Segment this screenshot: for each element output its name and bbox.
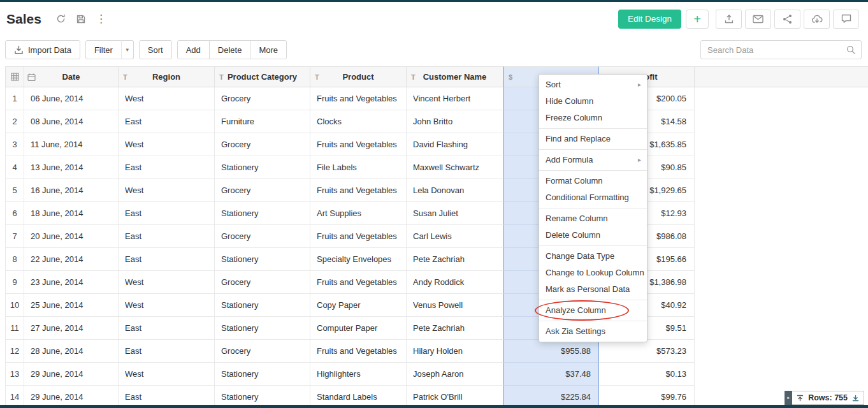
product-category-cell[interactable]: Furniture — [215, 110, 310, 133]
product-category-cell[interactable]: Stationery — [215, 317, 310, 340]
date-cell[interactable]: 22 June, 2014 — [24, 248, 119, 271]
customer-name-cell[interactable]: Andy Roddick — [407, 271, 503, 294]
product-cell[interactable]: Fruits and Vegetables — [310, 179, 407, 202]
product-category-cell[interactable]: Grocery — [215, 225, 310, 248]
customer-name-cell[interactable]: Hilary Holden — [407, 340, 503, 363]
date-cell[interactable]: 29 June, 2014 — [24, 363, 119, 386]
product-cell[interactable]: Computer Paper — [310, 317, 407, 340]
customer-name-cell[interactable]: Pete Zachriah — [407, 248, 503, 271]
email-button[interactable] — [745, 10, 771, 29]
region-cell[interactable]: West — [119, 294, 215, 317]
product-cell[interactable]: Fruits and Vegetables — [310, 87, 407, 110]
product-cell[interactable]: Highlighters — [310, 363, 407, 386]
add-new-button[interactable]: + — [686, 10, 709, 29]
sort-button[interactable]: Sort — [139, 40, 172, 59]
customer-name-cell[interactable]: Lela Donovan — [407, 179, 503, 202]
product-cell[interactable]: Fruits and Vegetables — [310, 340, 407, 363]
jump-to-top-button[interactable] — [792, 395, 808, 402]
region-cell[interactable]: West — [119, 271, 215, 294]
date-cell[interactable]: 23 June, 2014 — [24, 271, 119, 294]
add-button[interactable]: Add — [177, 40, 210, 59]
row-number-cell[interactable]: 11 — [5, 317, 24, 340]
export-button[interactable] — [716, 10, 742, 29]
product-cell[interactable]: Copy Paper — [310, 294, 407, 317]
sales-cell-selected[interactable]: $37.48 — [503, 363, 599, 386]
region-cell[interactable]: East — [119, 110, 215, 133]
customer-name-cell[interactable]: Venus Powell — [407, 294, 503, 317]
product-cell[interactable]: Fruits and Vegetables — [310, 225, 407, 248]
comment-button[interactable] — [833, 10, 859, 29]
product-category-cell[interactable]: Stationery — [215, 248, 310, 271]
menu-item-change-data-type[interactable]: Change Data Type — [539, 248, 647, 265]
menu-item-find-and-replace[interactable]: Find and Replace — [539, 131, 647, 147]
menu-item-analyze-column[interactable]: Analyze Column — [539, 302, 647, 319]
menu-item-ask-zia-settings[interactable]: Ask Zia Settings — [539, 323, 647, 340]
menu-item-freeze-column[interactable]: Freeze Column — [539, 110, 647, 126]
row-number-cell[interactable]: 13 — [5, 363, 24, 386]
product-category-cell[interactable]: Stationery — [215, 156, 310, 179]
customer-name-cell[interactable]: Maxwell Schwartz — [407, 156, 503, 179]
customer-name-cell[interactable]: David Flashing — [407, 133, 503, 156]
product-cell[interactable]: Fruits and Vegetables — [310, 133, 407, 156]
region-cell[interactable]: East — [119, 225, 215, 248]
product-category-cell[interactable]: Stationery — [215, 363, 310, 386]
menu-item-add-formula[interactable]: Add Formula▸ — [539, 152, 647, 168]
row-number-cell[interactable]: 6 — [5, 202, 24, 225]
region-cell[interactable]: East — [119, 156, 215, 179]
menu-item-change-to-lookup-column[interactable]: Change to Lookup Column — [539, 265, 647, 281]
menu-item-rename-column[interactable]: Rename Column — [539, 210, 647, 227]
row-number-cell[interactable]: 8 — [5, 248, 24, 271]
menu-item-sort[interactable]: Sort▸ — [539, 76, 647, 93]
customer-name-cell[interactable]: Joseph Aaron — [407, 363, 503, 386]
date-cell[interactable]: 11 June, 2014 — [24, 133, 119, 156]
region-cell[interactable]: West — [119, 179, 215, 202]
share-button[interactable] — [774, 10, 800, 29]
customer-name-cell[interactable]: John Britto — [407, 110, 503, 133]
product-category-cell[interactable]: Stationery — [215, 202, 310, 225]
product-category-cell[interactable]: Grocery — [215, 87, 310, 110]
column-header-rownum[interactable] — [5, 66, 24, 87]
date-cell[interactable]: 25 June, 2014 — [24, 294, 119, 317]
product-cell[interactable]: File Labels — [310, 156, 407, 179]
menu-item-hide-column[interactable]: Hide Column — [539, 93, 647, 110]
region-cell[interactable]: East — [119, 340, 215, 363]
column-header-date[interactable]: Date — [24, 66, 119, 87]
customer-name-cell[interactable]: Susan Juliet — [407, 202, 503, 225]
date-cell[interactable]: 20 June, 2014 — [24, 225, 119, 248]
search-input[interactable] — [701, 45, 846, 55]
date-cell[interactable]: 13 June, 2014 — [24, 156, 119, 179]
filter-button[interactable]: Filter — [85, 40, 122, 59]
row-number-cell[interactable]: 1 — [5, 87, 24, 110]
panel-handle-icon[interactable]: ▸ — [785, 391, 792, 405]
delete-button[interactable]: Delete — [209, 40, 251, 59]
profit-cell[interactable]: $573.23 — [599, 340, 695, 363]
sales-cell-selected[interactable]: $955.88 — [503, 340, 599, 363]
product-cell[interactable]: Clocks — [310, 110, 407, 133]
menu-item-format-column[interactable]: Format Column — [539, 173, 647, 189]
customer-name-cell[interactable]: Pete Zachriah — [407, 317, 503, 340]
column-header-customer-name[interactable]: T Customer Name — [407, 66, 503, 87]
product-cell[interactable]: Specialty Envelopes — [310, 248, 407, 271]
kebab-menu-button[interactable]: ⋮ — [96, 13, 106, 24]
menu-item-delete-column[interactable]: Delete Column — [539, 227, 647, 244]
row-number-cell[interactable]: 12 — [5, 340, 24, 363]
more-button[interactable]: More — [250, 40, 287, 59]
row-number-cell[interactable]: 4 — [5, 156, 24, 179]
product-cell[interactable]: Fruits and Vegetables — [310, 271, 407, 294]
row-number-cell[interactable]: 5 — [5, 179, 24, 202]
customer-name-cell[interactable]: Carl Lewis — [407, 225, 503, 248]
product-cell[interactable]: Art Supplies — [310, 202, 407, 225]
edit-design-button[interactable]: Edit Design — [618, 10, 681, 29]
region-cell[interactable]: East — [119, 317, 215, 340]
region-cell[interactable]: West — [119, 363, 215, 386]
date-cell[interactable]: 28 June, 2014 — [24, 340, 119, 363]
cloud-download-button[interactable] — [804, 10, 830, 29]
menu-item-conditional-formatting[interactable]: Conditional Formatting — [539, 189, 647, 206]
product-category-cell[interactable]: Grocery — [215, 133, 310, 156]
filter-dropdown-button[interactable]: ▾ — [121, 40, 134, 59]
date-cell[interactable]: 16 June, 2014 — [24, 179, 119, 202]
date-cell[interactable]: 08 June, 2014 — [24, 110, 119, 133]
date-cell[interactable]: 06 June, 2014 — [24, 87, 119, 110]
save-button[interactable] — [76, 14, 86, 24]
row-number-cell[interactable]: 2 — [5, 110, 24, 133]
